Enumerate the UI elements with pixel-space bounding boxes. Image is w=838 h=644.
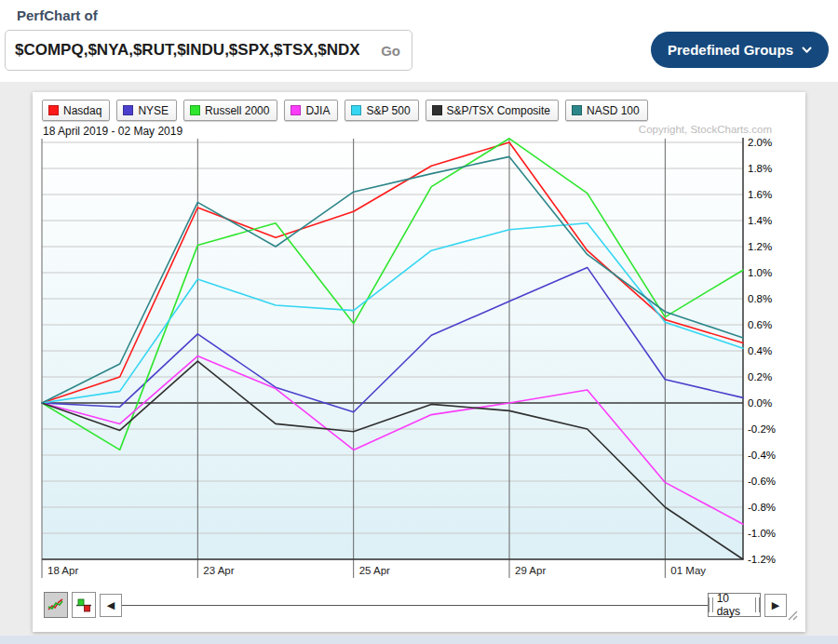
y-axis-label: 0.6%: [748, 319, 772, 330]
legend-swatch: [190, 105, 200, 115]
x-axis-label: 29 Apr: [515, 565, 546, 576]
legend-label: NASD 100: [587, 104, 640, 117]
legend-item-russell-2000[interactable]: Russell 2000: [183, 100, 277, 121]
legend-swatch: [351, 105, 361, 115]
y-axis-label: -1.0%: [748, 528, 776, 539]
legend-label: Nasdaq: [63, 104, 101, 117]
y-axis-label: -0.8%: [748, 502, 776, 513]
range-handle[interactable]: 10 days: [708, 593, 761, 617]
legend-label: Russell 2000: [205, 104, 269, 117]
legend-item-s-p-tsx-composite[interactable]: S&P/TSX Composite: [426, 100, 559, 121]
perfchart-panel: NasdaqNYSERussell 2000DJIAS&P 500S&P/TSX…: [33, 92, 805, 632]
chart-controls: ◀ 10 days ▶: [33, 591, 805, 621]
y-axis-label: 0.2%: [748, 371, 772, 382]
y-axis-label: 0.4%: [748, 345, 772, 356]
legend-item-nasdaq[interactable]: Nasdaq: [42, 100, 110, 121]
legend-label: DJIA: [305, 104, 330, 117]
header: PerfChart of Go Predefined Groups: [0, 0, 838, 82]
symbols-input[interactable]: [15, 31, 359, 70]
chevron-down-icon: [802, 47, 812, 54]
histogram-mode-button[interactable]: [72, 592, 96, 618]
chart-legend: NasdaqNYSERussell 2000DJIAS&P 500S&P/TSX…: [42, 100, 648, 121]
x-axis-label: 23 Apr: [203, 565, 234, 576]
y-axis-label: -0.2%: [748, 423, 776, 435]
y-axis-label: 1.8%: [748, 163, 772, 174]
date-range-label: 18 April 2019 - 02 May 2019: [43, 125, 182, 138]
predefined-groups-label: Predefined Groups: [668, 42, 793, 58]
content-area: NasdaqNYSERussell 2000DJIAS&P 500S&P/TSX…: [0, 82, 838, 637]
y-axis-label: 1.2%: [748, 241, 772, 252]
legend-swatch: [123, 105, 133, 115]
line-chart-icon: [47, 597, 64, 612]
legend-swatch: [48, 105, 59, 115]
y-axis-label: -1.2%: [748, 554, 776, 565]
plot-area: [42, 138, 743, 559]
legend-label: S&P 500: [366, 104, 410, 117]
legend-label: NYSE: [138, 104, 169, 117]
go-button[interactable]: Go: [381, 31, 400, 70]
legend-item-nasd-100[interactable]: NASD 100: [565, 100, 648, 121]
legend-item-s-p-500[interactable]: S&P 500: [345, 100, 418, 121]
legend-label: S&P/TSX Composite: [447, 104, 550, 117]
line-chart-mode-button[interactable]: [44, 592, 68, 618]
legend-swatch: [291, 105, 301, 115]
y-axis-label: 0.8%: [748, 293, 772, 304]
y-axis-label: -0.6%: [748, 476, 776, 487]
y-axis-label: 1.6%: [748, 189, 772, 200]
y-axis-label: 2.0%: [748, 137, 772, 148]
range-label: 10 days: [717, 592, 752, 618]
legend-swatch: [432, 105, 442, 115]
histogram-icon: [75, 597, 92, 613]
performance-chart: 2.0%1.8%1.6%1.4%1.2%1.0%0.8%0.6%0.4%0.2%…: [33, 92, 805, 632]
footer-strip: [0, 636, 838, 644]
legend-item-djia[interactable]: DJIA: [284, 100, 338, 121]
y-axis-label: -0.4%: [748, 449, 776, 461]
x-axis-label: 18 Apr: [47, 565, 78, 576]
scroll-left-button[interactable]: ◀: [100, 594, 122, 617]
x-axis-label: 01 May: [670, 565, 706, 576]
y-axis-label: 1.0%: [748, 267, 772, 278]
legend-item-nyse[interactable]: NYSE: [116, 100, 177, 121]
predefined-groups-button[interactable]: Predefined Groups: [651, 32, 829, 68]
page-title: PerfChart of: [17, 7, 98, 23]
symbol-input-box[interactable]: Go: [5, 30, 412, 71]
x-axis-label: 25 Apr: [359, 565, 390, 576]
legend-swatch: [572, 105, 582, 115]
copyright-label: Copyright, StockCharts.com: [639, 124, 772, 135]
y-axis-label: 1.4%: [748, 215, 772, 226]
y-axis-label: 0.0%: [748, 397, 772, 409]
scroll-right-button[interactable]: ▶: [764, 594, 787, 617]
range-slider-track[interactable]: [122, 605, 708, 606]
